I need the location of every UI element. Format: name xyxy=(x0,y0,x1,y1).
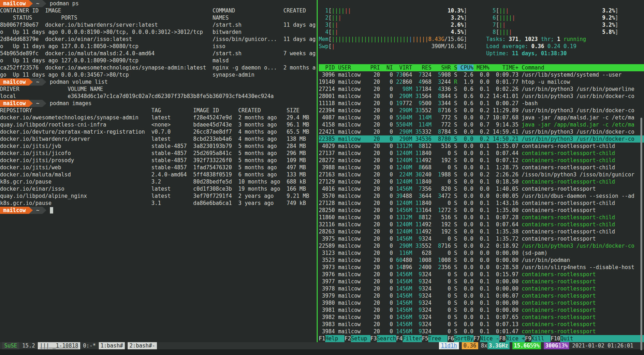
process-row[interactable]: 3988 mailcow 20 0 1240M 8668 0 S 0.0 0.1… xyxy=(319,164,644,171)
fkey-nice[interactable]: F8Nice + xyxy=(499,335,525,342)
process-row[interactable]: 3980 mailcow 20 0 1456M 9324 0 S 0.0 0.1… xyxy=(319,299,644,307)
tasks-line: Tasks: 371, 1023 thr; 1 running xyxy=(486,36,586,43)
fkey-tree[interactable]: F5Tree xyxy=(422,335,448,342)
process-fields: 3123 mailcow 20 0 xyxy=(319,250,396,256)
meter-bar: ||||||||||||||||||||||||||||||8.43G/15.6… xyxy=(332,36,464,43)
window-2-item[interactable]: 2:bash#- xyxy=(128,342,157,349)
spacer xyxy=(412,179,415,185)
fkey-setup[interactable]: F2Setup xyxy=(344,335,370,342)
spacer xyxy=(412,207,415,213)
process-stats: 0.0 0.1 0:00.00 xyxy=(457,285,522,292)
mem-value: 332 xyxy=(422,129,431,135)
meter-slot-right: 8[||||5.8%] xyxy=(486,29,644,36)
meter-bar: || xyxy=(332,29,451,36)
meter-bars: | xyxy=(332,43,335,50)
process-row[interactable]: 4029 mailcow 20 0 1312M 8812 516 S 0.0 0… xyxy=(319,143,644,150)
process-row[interactable]: 27128 mailcow 20 0 1240M 11840 0 S 0.0 0… xyxy=(319,200,644,207)
text: 0.24 0.19 xyxy=(547,43,576,50)
process-row[interactable]: 27214 mailcow 20 0 98M 17184 4336 S 0.6 … xyxy=(319,86,644,93)
mem-value: 1240M xyxy=(396,157,412,164)
spacer xyxy=(412,307,415,313)
process-row[interactable]: 22421 mailcow 20 0 290M 35332 8784 S 0.0… xyxy=(319,128,644,135)
process-command: /usr/lib/systemd/systemd --user xyxy=(522,72,622,78)
fkey-quit[interactable]: F10Quit xyxy=(551,335,644,342)
terminal-screen: mailcow ~ podman psCONTAINER ID IMAGE CO… xyxy=(0,0,644,355)
process-row[interactable]: 28250 mailcow 20 0 1456M 13164 1272 S 0.… xyxy=(319,207,644,214)
mem-value: 4 xyxy=(435,86,441,92)
mem-value: 0 xyxy=(435,271,451,278)
process-row[interactable]: 27137 mailcow 20 0 1240M 11840 0 S 0.0 0… xyxy=(319,150,644,157)
process-row[interactable]: 3979 mailcow 20 0 1456M 9324 0 S 0.0 0.1… xyxy=(319,292,644,299)
process-row[interactable]: 19140 mailcow 20 0 22860 4968 3244 R 1.9… xyxy=(319,78,644,86)
fkey-number: F8 xyxy=(499,335,506,342)
fkey-search[interactable]: F3Search xyxy=(370,335,396,342)
process-row[interactable]: 22394 mailcow 20 0 290M 33552 8716 S 0.0… xyxy=(319,107,644,114)
process-row[interactable]: 3123 mailcow 20 0 116M 628 0 S 0.0 0.0 0… xyxy=(319,249,644,257)
meter-label: 8 xyxy=(486,29,496,36)
process-row[interactable]: 4087 mailcow 20 0 5504M 114M 772 S 0.0 0… xyxy=(319,114,644,121)
process-row[interactable]: 11860 mailcow 20 0 1312M 8812 516 S 0.0 … xyxy=(319,214,644,221)
spacer xyxy=(431,228,435,235)
column-mem[interactable]: MEM% xyxy=(474,65,490,71)
process-state: S xyxy=(451,86,457,92)
prompt-dir: ~ xyxy=(33,78,42,86)
process-row[interactable]: 4016 mailcow 20 0 1456M 7356 820 S 0.0 0… xyxy=(319,185,644,192)
process-row[interactable]: 28272 mailcow 20 0 1240M 11492 192 S 0.0… xyxy=(319,157,644,164)
column-res[interactable]: RES xyxy=(412,65,431,71)
column-user[interactable]: USER xyxy=(338,65,370,71)
column-shr[interactable]: SHR xyxy=(431,65,451,71)
mem-value: 716 xyxy=(441,107,451,114)
process-row[interactable]: 22385 mailcow 20 0 290M 34536 8780 S 0.0… xyxy=(319,135,644,143)
fkey-kill[interactable]: F9Kill xyxy=(525,335,551,342)
fkey-help[interactable]: F1Help xyxy=(319,335,344,342)
process-row[interactable]: 3981 mailcow 20 0 1456M 9324 0 S 0.0 0.1… xyxy=(319,307,644,314)
column-command[interactable]: Command xyxy=(518,65,544,71)
process-row[interactable]: 3523 mailcow 20 0 60480 1008 1008 S 0.0 … xyxy=(319,257,644,264)
fkey-sortby[interactable]: F6SortBy xyxy=(448,335,473,342)
mem-value: 1456M xyxy=(396,328,412,335)
process-row[interactable]: 28001 mailcow 20 0 290M 31564 8844 S 0.6… xyxy=(319,93,644,100)
meter-label: 7 xyxy=(486,21,496,29)
process-row[interactable]: 3975 mailcow 20 0 1456M 9324 0 S 0.0 0.1… xyxy=(319,235,644,242)
process-row[interactable]: 3976 mailcow 20 0 1456M 9324 0 S 0.0 0.1… xyxy=(319,271,644,278)
mem-value: 8 xyxy=(415,164,422,171)
process-row[interactable]: 28263 mailcow 20 0 1240M 11492 192 S 0.0… xyxy=(319,228,644,235)
process-row[interactable]: 32116 mailcow 20 0 1240M 11492 192 S 0.0… xyxy=(319,221,644,228)
process-row[interactable]: 4158 mailcow 20 0 5504M 114M 772 S 0.0 0… xyxy=(319,121,644,128)
column-pid[interactable]: PID xyxy=(319,65,338,71)
process-row[interactable]: 27129 mailcow 20 0 1240M 11840 0 S 0.0 0… xyxy=(319,178,644,185)
meter-row: Swp[|390M/16.0G]Load average: 0.36 0.24 … xyxy=(319,43,644,50)
window-1-item[interactable]: 1:bash# xyxy=(99,342,125,349)
process-fields: 3988 mailcow 20 0 xyxy=(319,164,396,171)
process-row[interactable]: 3973 mailcow 20 0 14896 2400 2356 S 0.0 … xyxy=(319,264,644,271)
column-cpu-sorted[interactable]: CPU% xyxy=(457,65,473,71)
spacer xyxy=(431,107,435,114)
tmux-session-badge[interactable]: ||| _1-10818 xyxy=(38,342,80,349)
process-row[interactable]: 3982 mailcow 20 0 1456M 9324 0 S 0.0 0.1… xyxy=(319,314,644,321)
pane-divider[interactable] xyxy=(317,0,318,342)
window-0-item[interactable]: 0:-* xyxy=(83,342,96,349)
fkey-nice[interactable]: F7Nice - xyxy=(474,335,499,342)
process-row[interactable]: 3978 mailcow 20 0 1456M 9324 0 S 0.0 0.1… xyxy=(319,285,644,292)
fkey-filter[interactable]: F4Filter xyxy=(396,335,422,342)
process-row[interactable]: 27163 mailcow 20 0 224M 30240 1988 S 0.0… xyxy=(319,171,644,178)
process-stats: 0.0 0.2 14:59.41 xyxy=(457,129,522,135)
process-row[interactable]: 3984 mailcow 20 0 1456M 9324 0 S 0.0 0.1… xyxy=(319,328,644,335)
process-row[interactable]: 22589 mailcow 20 0 290M 33552 8716 S 0.0… xyxy=(319,242,644,249)
process-row[interactable]: 3983 mailcow 20 0 1456M 9324 0 S 0.0 0.1… xyxy=(319,321,644,328)
mem-value: 1240M xyxy=(396,228,412,235)
meter-slot-right: Uptime: 11 days, 01:38:30 xyxy=(486,50,644,57)
process-state: S xyxy=(451,328,457,335)
column-virt[interactable]: VIRT xyxy=(393,65,412,71)
column-ni[interactable]: NI xyxy=(380,65,393,71)
scrollbar-thumb[interactable] xyxy=(640,118,642,350)
meter-slot-left: Swp[|390M/16.0G] xyxy=(319,43,467,50)
column-state[interactable]: S xyxy=(451,65,457,71)
process-command: java -jar /app/malsd.jar -c /etc/ma xyxy=(522,122,634,128)
process-row[interactable]: 3570 mailcow 20 0 39488 3644 3472 S 0.0 … xyxy=(319,192,644,200)
column-time[interactable]: TIME+ xyxy=(490,65,518,71)
column-pri[interactable]: PRI xyxy=(370,65,380,71)
process-row[interactable]: 11118 mailcow 20 0 19772 9500 3344 S 0.6… xyxy=(319,100,644,107)
process-row[interactable]: 3096 mailcow 20 0 73064 7324 5908 S 2.6 … xyxy=(319,71,644,78)
process-row[interactable]: 3977 mailcow 20 0 1456M 9324 0 S 0.0 0.1… xyxy=(319,278,644,285)
